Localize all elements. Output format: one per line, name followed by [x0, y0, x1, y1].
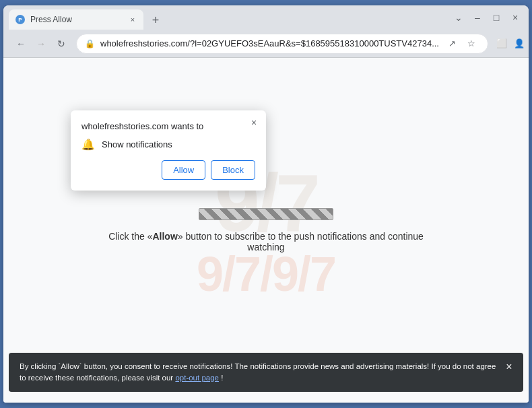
- permission-text: Show notifications: [102, 139, 172, 149]
- profile-icon[interactable]: 👤: [511, 36, 527, 52]
- active-tab[interactable]: P Press Allow ×: [9, 9, 143, 30]
- bell-icon: 🔔: [81, 138, 95, 151]
- address-bar: ← → ↻ 🔒 wholefreshstories.com/?l=02GYUEF…: [3, 30, 529, 58]
- new-tab-button[interactable]: +: [146, 11, 165, 30]
- minimize-button[interactable]: –: [469, 9, 486, 26]
- opt-out-link[interactable]: opt-out page: [175, 374, 219, 382]
- chevron-button[interactable]: ⌄: [451, 9, 467, 26]
- page-content: Click the «Allow» button to subscribe to…: [3, 58, 529, 403]
- popup-header: wholefreshstories.com wants to: [81, 121, 255, 131]
- block-button[interactable]: Block: [211, 160, 255, 180]
- tab-favicon: P: [15, 15, 25, 24]
- lock-icon: 🔒: [85, 39, 95, 48]
- page-instruction: Click the «Allow» button to subscribe to…: [98, 231, 434, 252]
- toolbar-actions: ⬜ 👤 ⋮: [494, 36, 529, 52]
- allow-button[interactable]: Allow: [162, 160, 205, 180]
- maximize-button[interactable]: □: [488, 9, 504, 26]
- browser-content: 9/7 9/7/9/7 Click the «Allow» button to …: [3, 58, 529, 403]
- nav-buttons: ← → ↻: [11, 34, 71, 53]
- bottom-bar-text-end: !: [221, 374, 223, 382]
- tab-title: Press Allow: [30, 15, 122, 24]
- bottom-bar-text: By clicking `Allow` button, you consent …: [20, 362, 496, 382]
- tab-close-button[interactable]: ×: [127, 14, 138, 25]
- title-bar: P Press Allow × + ⌄ – □ ×: [3, 5, 529, 30]
- tablet-icon[interactable]: ⬜: [494, 36, 510, 52]
- url-actions: ↗ ☆: [444, 36, 479, 52]
- notification-popup: × wholefreshstories.com wants to 🔔 Show …: [71, 110, 266, 191]
- share-icon[interactable]: ↗: [444, 36, 461, 52]
- window-close-button[interactable]: ×: [507, 9, 523, 26]
- window-controls: ⌄ – □ ×: [451, 9, 523, 26]
- forward-button[interactable]: →: [32, 34, 51, 53]
- bottom-bar-close-button[interactable]: ×: [502, 360, 517, 374]
- bottom-notification-bar: By clicking `Allow` button, you consent …: [9, 353, 523, 393]
- url-bar[interactable]: 🔒 wholefreshstories.com/?l=02GYUEFO3sEAa…: [76, 34, 488, 54]
- url-text: wholefreshstories.com/?l=02GYUEFO3sEAauR…: [100, 38, 439, 48]
- progress-bar: [199, 208, 333, 220]
- back-button[interactable]: ←: [11, 34, 30, 53]
- browser-window: P Press Allow × + ⌄ – □ ×: [3, 5, 529, 403]
- tab-bar: P Press Allow × +: [9, 5, 523, 30]
- refresh-button[interactable]: ↻: [52, 34, 71, 53]
- popup-permission: 🔔 Show notifications: [81, 138, 255, 151]
- popup-close-button[interactable]: ×: [247, 116, 261, 129]
- popup-actions: Allow Block: [81, 160, 255, 180]
- bookmark-icon[interactable]: ☆: [463, 36, 479, 52]
